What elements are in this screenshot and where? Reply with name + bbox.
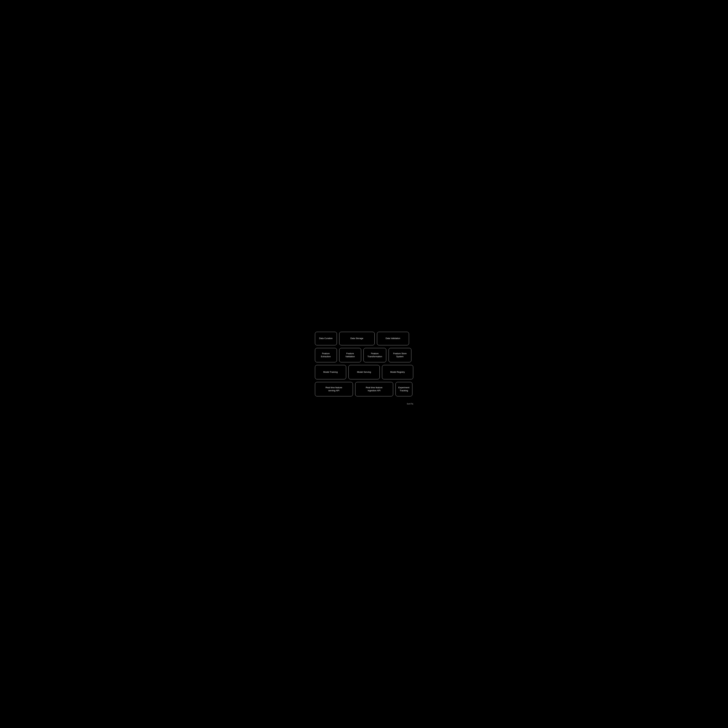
card-feature-extraction-label: FeatureExtraction	[321, 352, 331, 358]
card-data-storage[interactable]: Data Storage	[339, 332, 375, 345]
card-data-curation-label: Data Curation	[319, 337, 332, 340]
card-feature-store-system-label: Feature StoreSystem	[393, 352, 407, 358]
card-model-registry[interactable]: Model Registry	[382, 365, 413, 379]
card-realtime-ingestion[interactable]: Real time featureingestion API	[355, 382, 393, 396]
card-feature-extraction[interactable]: FeatureExtraction	[315, 348, 337, 362]
row-2: FeatureExtraction FeatureValidation Feat…	[315, 348, 413, 362]
card-data-validation-label: Data Validation	[385, 337, 400, 340]
card-feature-store-system[interactable]: Feature StoreSystem	[388, 348, 411, 362]
card-experiment-tracking[interactable]: ExperimentTracking	[396, 382, 412, 396]
card-realtime-serving-label: Real time featureserving API	[326, 386, 342, 392]
card-model-serving-label: Model Serving	[357, 370, 371, 373]
card-model-serving[interactable]: Model Serving	[349, 365, 380, 379]
card-realtime-serving[interactable]: Real time featureserving API	[315, 382, 353, 396]
card-model-registry-label: Model Registry	[390, 370, 405, 373]
card-data-storage-label: Data Storage	[350, 337, 363, 340]
card-data-validation[interactable]: Data Validation	[377, 332, 409, 345]
row-1: Data Curation Data Storage Data Validati…	[315, 332, 413, 345]
diagram-container: Data Curation Data Storage Data Validati…	[315, 332, 413, 396]
card-experiment-tracking-label: ExperimentTracking	[398, 386, 410, 392]
card-feature-transformation[interactable]: FeatureTransformation	[364, 348, 386, 362]
card-model-training[interactable]: Model Training	[315, 365, 346, 379]
watermark: Sunil Tej	[407, 403, 413, 405]
card-data-curation[interactable]: Data Curation	[315, 332, 337, 345]
card-realtime-ingestion-label: Real time featureingestion API	[366, 386, 382, 392]
row-3: Model Training Model Serving Model Regis…	[315, 365, 413, 379]
card-model-training-label: Model Training	[323, 370, 338, 373]
card-feature-validation[interactable]: FeatureValidation	[339, 348, 361, 362]
card-feature-transformation-label: FeatureTransformation	[367, 352, 382, 358]
row-4: Real time featureserving API Real time f…	[315, 382, 413, 396]
card-feature-validation-label: FeatureValidation	[345, 352, 355, 358]
